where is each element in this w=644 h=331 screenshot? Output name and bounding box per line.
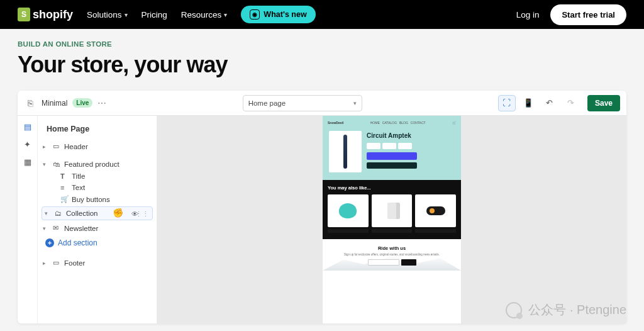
- save-button[interactable]: Save: [587, 95, 620, 111]
- login-link[interactable]: Log in: [516, 10, 540, 20]
- exit-editor-icon[interactable]: ⎘: [24, 97, 36, 109]
- section-collection[interactable]: ▾ 🗂 Collection ✊ 👁 ⋮⋮: [42, 206, 153, 220]
- top-navbar: S shopify Solutions▾ Pricing Resources▾ …: [0, 0, 644, 29]
- store-preview-frame: SnowDevil HOMECATALOGBLOGCONTACT 🛒 Circu…: [323, 116, 461, 323]
- plus-icon: ＋: [45, 238, 54, 247]
- preview-product-image: [329, 131, 362, 172]
- grab-cursor-icon: ✊: [113, 208, 123, 218]
- preview-ymal-title: You may also like...: [328, 185, 456, 191]
- editor-toolbar: ⎘ Minimal Live ⋯ Home page ▾ ⛶ 📱 ↶ ↷ Sav…: [18, 91, 626, 116]
- preview-nav: HOMECATALOGBLOGCONTACT: [370, 121, 426, 125]
- preview-card-helmet: [328, 194, 369, 227]
- nav-pricing[interactable]: Pricing: [142, 10, 167, 20]
- sections-tool-icon[interactable]: ▤: [22, 121, 33, 132]
- hero-section: BUILD AN ONLINE STORE Your store, your w…: [0, 29, 644, 84]
- add-section-button[interactable]: ＋ Add section: [42, 235, 153, 251]
- drag-handle-icon[interactable]: ⋮⋮: [135, 210, 149, 218]
- preview-newsletter-sub: Sign up for exclusive offers, original s…: [328, 253, 456, 256]
- footer-icon: ▭: [53, 259, 62, 267]
- watermark: 公众号 · Ptengine: [506, 301, 626, 318]
- block-buy-buttons[interactable]: 🛒Buy buttons: [60, 193, 153, 205]
- start-free-trial-button[interactable]: Start free trial: [550, 4, 626, 25]
- chevron-down-icon: ▾: [125, 11, 128, 18]
- logo-bag-icon: S: [18, 8, 30, 21]
- preview-card-boots: [372, 194, 413, 227]
- section-featured-product[interactable]: ▾ 🛍 Featured product: [42, 158, 153, 171]
- chevron-right-icon: ▸: [43, 143, 50, 150]
- mail-icon: ✉: [53, 224, 62, 232]
- product-icon: 🛍: [53, 160, 62, 168]
- section-footer[interactable]: ▸ ▭ Footer: [42, 256, 153, 269]
- chevron-down-icon: ▾: [224, 11, 227, 18]
- tree-heading: Home Page: [42, 122, 153, 140]
- section-header[interactable]: ▸ ▭ Header: [42, 140, 153, 153]
- mobile-preview-icon[interactable]: 📱: [519, 95, 537, 111]
- preview-add-to-cart: [367, 152, 417, 160]
- theme-name: Minimal: [42, 99, 67, 108]
- preview-store-name: SnowDevil: [328, 121, 343, 125]
- whats-new-icon: ◉: [250, 9, 260, 20]
- preview-newsletter: Ride with us Sign up for exclusive offer…: [323, 239, 461, 271]
- text-lines-icon: ≡: [60, 184, 69, 191]
- preview-product-title: Circuit Amptek: [367, 132, 455, 139]
- page-selector[interactable]: Home page ▾: [243, 95, 362, 111]
- undo-icon[interactable]: ↶: [541, 95, 558, 111]
- block-title[interactable]: TTitle: [60, 171, 153, 182]
- more-menu-icon[interactable]: ⋯: [97, 98, 106, 108]
- nav-resources[interactable]: Resources▾: [181, 10, 228, 20]
- eyebrow-text: BUILD AN ONLINE STORE: [18, 40, 626, 48]
- preview-buy-now: [367, 162, 417, 169]
- page-title: Your store, your way: [18, 52, 626, 78]
- cart-icon: 🛒: [60, 195, 69, 203]
- fullscreen-icon[interactable]: ⛶: [498, 95, 516, 111]
- apps-icon[interactable]: ▦: [22, 156, 33, 167]
- preview-recommendations: You may also like...: [323, 180, 461, 239]
- preview-hero: SnowDevil HOMECATALOGBLOGCONTACT 🛒 Circu…: [323, 116, 461, 180]
- block-text[interactable]: ≡Text: [60, 182, 153, 193]
- chevron-down-icon: ▾: [45, 210, 52, 216]
- preview-canvas: SnowDevil HOMECATALOGBLOGCONTACT 🛒 Circu…: [157, 116, 626, 323]
- header-icon: ▭: [53, 142, 62, 150]
- whats-new-button[interactable]: ◉ What's new: [241, 6, 315, 23]
- brand-text: shopify: [33, 8, 73, 21]
- preview-card-goggles: [415, 194, 456, 227]
- sections-tree: Home Page ▸ ▭ Header ▾ 🛍 Featured produc…: [38, 116, 157, 323]
- preview-newsletter-title: Ride with us: [328, 245, 456, 251]
- nav-solutions[interactable]: Solutions▾: [87, 10, 128, 20]
- chevron-down-icon: ▾: [353, 100, 357, 106]
- left-tool-rail: ▤ ✦ ▦: [18, 116, 38, 323]
- theme-editor: ⎘ Minimal Live ⋯ Home page ▾ ⛶ 📱 ↶ ↷ Sav…: [18, 91, 626, 323]
- preview-cart-icon: 🛒: [452, 121, 456, 125]
- chevron-right-icon: ▸: [43, 260, 50, 266]
- theme-settings-icon[interactable]: ✦: [22, 138, 33, 150]
- chevron-down-icon: ▾: [43, 161, 50, 167]
- text-title-icon: T: [60, 172, 69, 180]
- shopify-logo[interactable]: S shopify: [18, 8, 73, 21]
- live-badge: Live: [72, 98, 92, 108]
- redo-icon[interactable]: ↷: [562, 95, 580, 111]
- wechat-icon: [506, 302, 522, 318]
- section-newsletter[interactable]: ▾ ✉ Newsletter: [42, 222, 153, 235]
- chevron-down-icon: ▾: [43, 225, 50, 232]
- collection-icon: 🗂: [55, 210, 64, 217]
